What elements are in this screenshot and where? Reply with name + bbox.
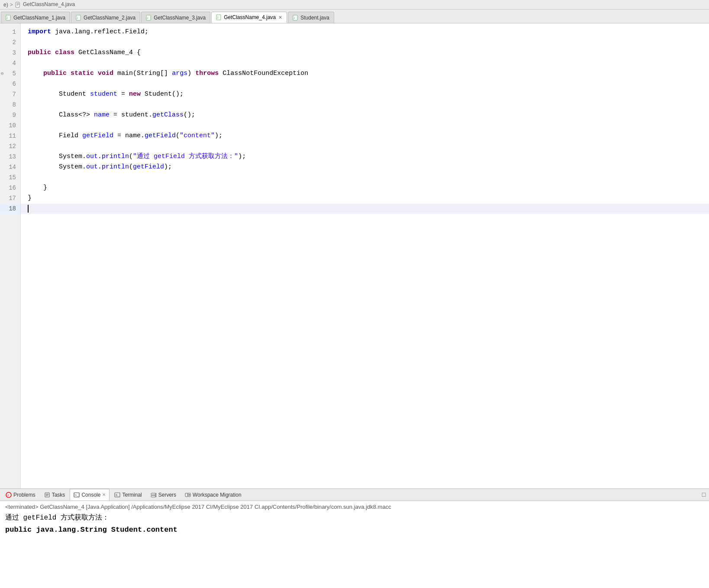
code-line-18 — [21, 204, 709, 214]
servers-tab-label: Servers — [158, 492, 176, 498]
code-line-3: public class GetClassName_4 { — [21, 48, 709, 58]
terminated-text: <terminated> GetClassName_4 [Java Applic… — [5, 504, 704, 510]
code-line-7: Student student = new Student(); — [21, 89, 709, 100]
svg-text:J: J — [217, 16, 219, 19]
java-file-icon4: J — [216, 14, 222, 20]
code-line-2 — [21, 37, 709, 48]
bottom-tab-tasks[interactable]: Tasks — [40, 489, 69, 501]
workspace-migration-tab-label: Workspace Migration — [193, 492, 242, 498]
tab-getclassname4[interactable]: J GetClassName_4.java ✕ — [211, 12, 287, 23]
ln-11: 11 — [0, 131, 20, 141]
ln-7: 7 — [0, 89, 20, 100]
line-numbers: 1 2 3 4 5 6 7 8 9 10 11 12 13 14 15 16 1… — [0, 23, 21, 488]
code-editor[interactable]: import java.lang.reflect.Field; public c… — [21, 23, 709, 488]
bottom-tab-bar: ! Problems Tasks >_ Console ✕ — [0, 489, 709, 501]
ln-15: 15 — [0, 172, 20, 183]
bottom-tab-servers[interactable]: Servers — [147, 489, 180, 501]
ln-3: 3 — [0, 48, 20, 58]
ln-2: 2 — [0, 37, 20, 48]
editor-tab-bar: J GetClassName_1.java J GetClassName_2.j… — [0, 10, 709, 23]
bottom-tab-console[interactable]: >_ Console ✕ — [70, 489, 110, 501]
ln-16: 16 — [0, 183, 20, 193]
ln-9: 9 — [0, 110, 20, 120]
svg-point-26 — [155, 494, 156, 494]
bottom-tab-problems[interactable]: ! Problems — [2, 489, 39, 501]
tab-label: GetClassName_2.java — [84, 15, 135, 21]
breadcrumb-sep: > — [10, 2, 13, 8]
tab-getclassname3[interactable]: J GetClassName_3.java — [141, 12, 210, 23]
code-line-9: Class<?> name = student.getClass(); — [21, 110, 709, 120]
svg-point-14 — [6, 492, 11, 498]
tab-getclassname2[interactable]: J GetClassName_2.java — [71, 12, 140, 23]
code-line-8 — [21, 100, 709, 110]
console-output-area: <terminated> GetClassName_4 [Java Applic… — [0, 501, 709, 588]
code-line-13: System.out.println("通过 getField 方式获取方法："… — [21, 152, 709, 162]
tab-label: Student.java — [300, 15, 329, 21]
servers-icon — [151, 492, 157, 498]
code-line-14: System.out.println(getField); — [21, 162, 709, 172]
ln-5: 5 — [0, 68, 20, 79]
code-line-16: } — [21, 183, 709, 193]
java-file-icon3: J — [146, 15, 152, 21]
console-line-1: 通过 getField 方式获取方法： — [5, 513, 704, 524]
text-cursor — [28, 205, 29, 213]
code-line-5: ⊖ public static void main(String[] args)… — [21, 68, 709, 79]
tab-getclassname1[interactable]: J GetClassName_1.java — [1, 12, 70, 23]
tab-student[interactable]: J Student.java — [288, 12, 334, 23]
breadcrumb-file: GetClassName_4.java — [15, 1, 75, 8]
ln-10: 10 — [0, 120, 20, 131]
breadcrumb-part: e) — [3, 2, 8, 8]
code-line-10 — [21, 120, 709, 131]
tab-label: GetClassName_3.java — [154, 15, 206, 21]
code-line-12 — [21, 141, 709, 152]
problems-tab-label: Problems — [13, 492, 35, 498]
ln-17: 17 — [0, 193, 20, 204]
java-file-icon5: J — [293, 15, 299, 21]
svg-text:!: ! — [8, 494, 9, 498]
ln-4: 4 — [0, 58, 20, 68]
svg-point-27 — [155, 496, 156, 497]
terminal-icon: $_ — [114, 492, 120, 498]
console-output: 通过 getField 方式获取方法： public java.lang.Str… — [5, 513, 704, 536]
ln-14: 14 — [0, 162, 20, 172]
java-file-icon2: J — [76, 15, 82, 21]
tab-label: GetClassName_4.java — [224, 14, 276, 20]
problems-icon: ! — [6, 492, 12, 498]
code-line-1: import java.lang.reflect.Field; — [21, 27, 709, 37]
code-line-11: Field getField = name.getField("content"… — [21, 131, 709, 141]
svg-rect-0 — [16, 2, 19, 7]
tab-label: GetClassName_1.java — [13, 15, 65, 21]
file-icon — [15, 2, 21, 8]
java-file-icon: J — [6, 15, 12, 21]
ln-12: 12 — [0, 141, 20, 152]
code-line-4 — [21, 58, 709, 68]
svg-text:J: J — [77, 16, 78, 19]
console-icon: >_ — [74, 492, 80, 498]
ln-13: 13 — [0, 152, 20, 162]
code-line-6 — [21, 79, 709, 89]
tab-close-button[interactable]: ✕ — [278, 15, 282, 20]
ln-6: 6 — [0, 79, 20, 89]
console-tab-label: Console — [81, 492, 100, 498]
bottom-tab-terminal[interactable]: $_ Terminal — [110, 489, 145, 501]
svg-rect-28 — [185, 493, 188, 497]
code-line-15 — [21, 172, 709, 183]
svg-text:$_: $_ — [116, 494, 119, 497]
tasks-tab-label: Tasks — [52, 492, 65, 498]
svg-text:J: J — [293, 16, 295, 19]
code-line-17: } — [21, 193, 709, 204]
console-tab-close[interactable]: ✕ — [102, 492, 106, 497]
keyword-import: import — [28, 27, 51, 37]
terminal-tab-label: Terminal — [122, 492, 142, 498]
migration-icon — [185, 492, 191, 498]
breadcrumb: e) > GetClassName_4.java — [0, 0, 709, 10]
bottom-tab-workspace-migration[interactable]: Workspace Migration — [181, 489, 245, 501]
tasks-icon — [44, 492, 50, 498]
svg-text:J: J — [6, 16, 8, 19]
ln-8: 8 — [0, 100, 20, 110]
ln-18: 18 — [0, 204, 20, 214]
console-line-2: public java.lang.String Student.content — [5, 524, 704, 536]
ln-1: 1 — [0, 27, 20, 37]
svg-text:J: J — [147, 16, 148, 19]
minimize-button[interactable]: □ — [700, 491, 707, 498]
